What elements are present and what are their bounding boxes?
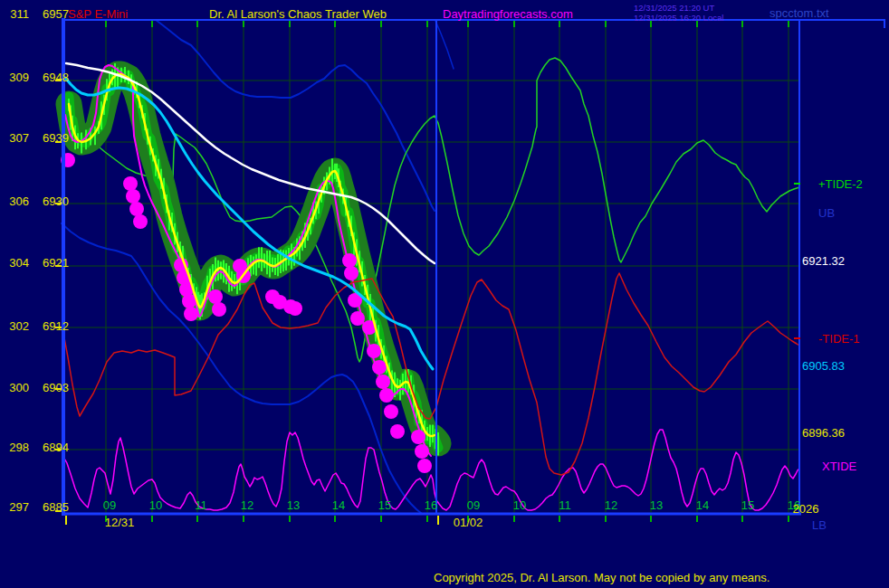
symbol-label: S&P E-Mini xyxy=(68,7,128,21)
line-label-690583: 6905.83 xyxy=(802,359,845,373)
hour-label: 12 xyxy=(241,498,253,512)
hour-label: 16 xyxy=(425,498,437,512)
price-label-row: 3066930 xyxy=(5,194,69,208)
hour-label: 11 xyxy=(559,498,571,512)
copyright-notice: Copyright 2025, Dr. Al Larson. May not b… xyxy=(434,571,770,584)
price-label-row: 3026912 xyxy=(5,319,69,333)
price-label-row: 3076939 xyxy=(5,131,69,145)
page-title: Dr. Al Larson's Chaos Trader Web xyxy=(209,7,387,21)
line-label-692132: 6921.32 xyxy=(802,254,845,268)
data-filename: spcctom.txt xyxy=(770,6,829,20)
timestamp-local: 12/31/2025 16:20 Local xyxy=(634,13,723,23)
hour-label: 09 xyxy=(103,498,116,512)
chaos-trader-chart-page: S&P E-Mini Dr. Al Larson's Chaos Trader … xyxy=(0,0,889,588)
price-label-row: 3116957 xyxy=(5,7,69,21)
hour-label: 12 xyxy=(605,498,617,512)
price-label-row: 2976885 xyxy=(5,500,69,514)
year-label: 2026 xyxy=(793,502,819,516)
hour-label: 14 xyxy=(332,498,345,512)
hour-label: 10 xyxy=(149,498,162,512)
hour-label: 13 xyxy=(287,498,300,512)
line-label-xtide: XTIDE xyxy=(822,460,856,473)
hour-label: 13 xyxy=(650,498,663,512)
hour-label: 15 xyxy=(378,498,391,512)
line-label-ub: UB xyxy=(818,206,835,220)
hour-label: 09 xyxy=(467,498,480,512)
price-label-row: 3046921 xyxy=(5,256,69,270)
date-label: 12/31 xyxy=(105,516,135,529)
timestamp-ut: 12/31/2025 21:20 UT xyxy=(634,3,714,13)
hour-label: 10 xyxy=(513,498,526,512)
hour-label: 14 xyxy=(696,498,709,512)
price-label-row: 2986894 xyxy=(5,441,69,454)
site-link[interactable]: Daytradingforecasts.com xyxy=(443,7,573,21)
line-label-tide2: +TIDE-2 xyxy=(818,177,863,191)
price-label-row: 3006903 xyxy=(5,381,69,394)
hour-label: 11 xyxy=(195,498,207,512)
hour-label: 15 xyxy=(741,498,754,512)
date-label: 01/02 xyxy=(454,516,483,529)
price-label-row: 3096948 xyxy=(5,71,69,84)
line-label-689636: 6896.36 xyxy=(802,426,845,440)
line-label-tide1: -TIDE-1 xyxy=(818,332,860,346)
lb-band-label: LB xyxy=(812,518,827,532)
chart-canvas xyxy=(0,0,889,588)
